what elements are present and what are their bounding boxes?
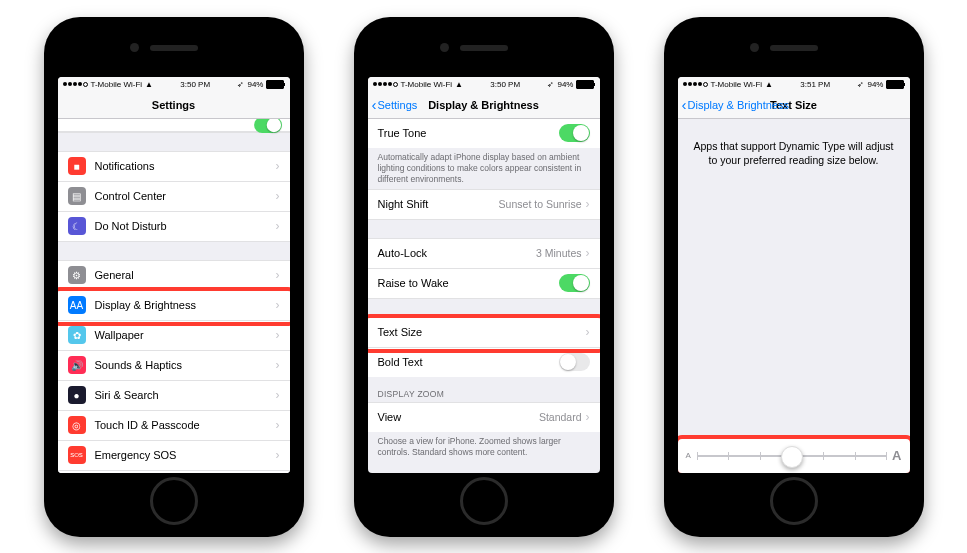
display-icon: AA <box>68 296 86 314</box>
status-bar: T-Mobile Wi-Fi▲ 3:51 PM ➶94% <box>678 77 910 92</box>
row-raise-to-wake[interactable]: Raise to Wake <box>368 269 600 298</box>
status-time: 3:50 PM <box>490 80 520 89</box>
home-button[interactable] <box>460 477 508 525</box>
siri-icon: ● <box>68 386 86 404</box>
toggle-icon[interactable] <box>254 119 282 133</box>
wifi-icon: ▲ <box>765 80 773 89</box>
chevron-right-icon: › <box>586 246 590 260</box>
slider-thumb[interactable] <box>781 446 803 468</box>
status-bar: T-Mobile Wi-Fi▲ 3:50 PM ➶94% <box>368 77 600 92</box>
page-title: Display & Brightness <box>428 99 539 111</box>
row-notifications[interactable]: ■Notifications› <box>58 152 290 182</box>
speaker <box>770 45 818 51</box>
row-dnd[interactable]: ☾Do Not Disturb› <box>58 212 290 241</box>
speaker <box>150 45 198 51</box>
battery-icon <box>886 80 904 89</box>
signal-icon <box>683 82 708 87</box>
chevron-right-icon: › <box>276 189 280 203</box>
row-text-size[interactable]: Text Size› <box>368 318 600 348</box>
row-general[interactable]: ⚙General› <box>58 261 290 291</box>
chevron-right-icon: › <box>276 268 280 282</box>
page-title: Settings <box>152 99 195 111</box>
chevron-right-icon: › <box>276 298 280 312</box>
chevron-right-icon: › <box>276 418 280 432</box>
status-bar: T-Mobile Wi-Fi▲ 3:50 PM ➶94% <box>58 77 290 92</box>
location-icon: ➶ <box>857 80 864 89</box>
phone-text-size: T-Mobile Wi-Fi▲ 3:51 PM ➶94% ‹Display & … <box>664 17 924 537</box>
navbar: Settings <box>58 92 290 119</box>
chevron-right-icon: › <box>276 388 280 402</box>
chevron-right-icon: › <box>586 197 590 211</box>
text-size-slider[interactable] <box>697 455 886 457</box>
signal-icon <box>373 82 398 87</box>
chevron-right-icon: › <box>276 448 280 462</box>
text-size-slider-zone: A A <box>678 439 910 473</box>
partial-row-top[interactable] <box>58 119 290 132</box>
text-size-description: Apps that support Dynamic Type will adju… <box>678 119 910 188</box>
location-icon: ➶ <box>547 80 554 89</box>
wifi-icon: ▲ <box>455 80 463 89</box>
bold-toggle[interactable] <box>559 353 590 371</box>
row-night-shift[interactable]: Night ShiftSunset to Sunrise› <box>368 190 600 219</box>
camera-dot <box>130 43 139 52</box>
small-a-icon: A <box>686 451 691 460</box>
phone-settings: T-Mobile Wi-Fi▲ 3:50 PM ➶94% Settings ■N… <box>44 17 304 537</box>
back-button[interactable]: ‹Settings <box>372 92 418 118</box>
speaker <box>460 45 508 51</box>
chevron-right-icon: › <box>276 328 280 342</box>
chevron-right-icon: › <box>276 358 280 372</box>
sos-icon: SOS <box>68 446 86 464</box>
navbar: ‹Settings Display & Brightness <box>368 92 600 119</box>
row-wallpaper[interactable]: ✿Wallpaper› <box>58 321 290 351</box>
camera-dot <box>750 43 759 52</box>
battery-icon <box>576 80 594 89</box>
row-auto-lock[interactable]: Auto-Lock3 Minutes› <box>368 239 600 269</box>
chevron-right-icon: › <box>586 410 590 424</box>
zoom-footer: Choose a view for iPhone. Zoomed shows l… <box>368 432 600 462</box>
status-time: 3:50 PM <box>180 80 210 89</box>
sounds-icon: 🔊 <box>68 356 86 374</box>
general-icon: ⚙ <box>68 266 86 284</box>
true-tone-footer: Automatically adapt iPhone display based… <box>368 148 600 189</box>
home-button[interactable] <box>150 477 198 525</box>
battery-icon <box>266 80 284 89</box>
row-sos[interactable]: SOSEmergency SOS› <box>58 441 290 471</box>
wifi-icon: ▲ <box>145 80 153 89</box>
phone-display-brightness: T-Mobile Wi-Fi▲ 3:50 PM ➶94% ‹Settings D… <box>354 17 614 537</box>
location-icon: ➶ <box>237 80 244 89</box>
status-time: 3:51 PM <box>800 80 830 89</box>
chevron-left-icon: ‹ <box>372 97 377 112</box>
row-display-brightness[interactable]: AADisplay & Brightness› <box>58 291 290 321</box>
notifications-icon: ■ <box>68 157 86 175</box>
row-siri[interactable]: ●Siri & Search› <box>58 381 290 411</box>
control-center-icon: ▤ <box>68 187 86 205</box>
separator <box>368 298 600 318</box>
chevron-left-icon: ‹ <box>682 97 687 112</box>
navbar: ‹Display & Brightness Text Size <box>678 92 910 119</box>
separator <box>368 219 600 239</box>
big-a-icon: A <box>892 448 901 463</box>
separator <box>58 132 290 152</box>
raise-toggle[interactable] <box>559 274 590 292</box>
separator <box>58 241 290 261</box>
chevron-right-icon: › <box>586 325 590 339</box>
wallpaper-icon: ✿ <box>68 326 86 344</box>
chevron-right-icon: › <box>276 159 280 173</box>
true-tone-toggle[interactable] <box>559 124 590 142</box>
row-true-tone[interactable]: True Tone <box>368 119 600 148</box>
row-sounds[interactable]: 🔊Sounds & Haptics› <box>58 351 290 381</box>
home-button[interactable] <box>770 477 818 525</box>
touchid-icon: ◎ <box>68 416 86 434</box>
display-zoom-header: DISPLAY ZOOM <box>368 377 600 403</box>
signal-icon <box>63 82 88 87</box>
row-view[interactable]: ViewStandard› <box>368 403 600 432</box>
back-button[interactable]: ‹Display & Brightness <box>682 92 790 118</box>
row-control-center[interactable]: ▤Control Center› <box>58 182 290 212</box>
camera-dot <box>440 43 449 52</box>
row-touchid[interactable]: ◎Touch ID & Passcode› <box>58 411 290 441</box>
chevron-right-icon: › <box>276 219 280 233</box>
row-bold-text[interactable]: Bold Text <box>368 348 600 377</box>
row-battery[interactable]: █Battery› <box>58 471 290 473</box>
dnd-icon: ☾ <box>68 217 86 235</box>
